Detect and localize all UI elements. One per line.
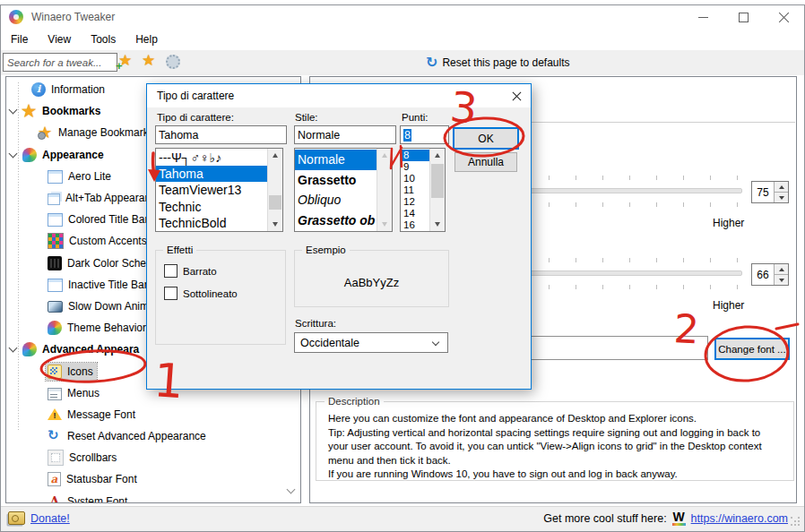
description-groupbox: Description Here you can customize the f… [316, 401, 794, 481]
list-item-grassetto[interactable]: Grassetto [295, 170, 377, 191]
list-item-8[interactable]: 8 [401, 150, 429, 161]
chevron-down-icon[interactable] [8, 150, 21, 159]
font-list[interactable]: ---Ψ┐♂♀♭♪TahomaTeamViewer13TechnicTechni… [155, 148, 283, 232]
list-item-obliquo[interactable]: Obliquo [295, 190, 377, 210]
list-item-9[interactable]: 9 [401, 161, 429, 173]
list-item-technicbold[interactable]: TechnicBold [156, 215, 267, 231]
list-item-normale[interactable]: Normale [295, 150, 377, 170]
slider-tick [710, 176, 711, 180]
spacing-spinner-1[interactable]: 75 [751, 181, 789, 203]
size-list-scrollbar[interactable] [429, 149, 445, 231]
scroll-up-button[interactable] [268, 149, 282, 162]
donate-link[interactable]: Donate! [30, 512, 70, 525]
sidebar-item-label: Custom Accents [69, 235, 147, 247]
font-input-value: Tahoma [159, 129, 198, 142]
sidebar-item-message-font[interactable]: Message Font [6, 404, 286, 425]
list-item-grassetto-ob[interactable]: Grassetto ob [295, 210, 377, 231]
windows-stack-icon [48, 193, 60, 205]
maximize-button[interactable] [723, 5, 764, 29]
list-item-technic[interactable]: Technic [156, 199, 267, 215]
list-item-11[interactable]: 11 [401, 184, 429, 196]
spinner-down-button[interactable] [775, 275, 788, 285]
sample-text: AaBbYyZz [295, 276, 448, 289]
sidebar-item-reset-advanced-appearance[interactable]: Reset Advanced Appearance [6, 425, 286, 447]
slider-tick [602, 258, 603, 262]
ok-button[interactable]: OK [453, 127, 519, 150]
slider-tick [710, 285, 711, 289]
list-item-tahoma[interactable]: Tahoma [156, 166, 267, 182]
spinner-value[interactable]: 75 [752, 182, 774, 202]
down-arrow-icon [382, 222, 387, 227]
spinner-up-button[interactable] [775, 264, 788, 275]
style-list-scrollbar[interactable] [377, 149, 392, 231]
minimize-icon [698, 17, 708, 18]
checkbox-icon[interactable] [164, 287, 177, 300]
settings-button[interactable] [166, 53, 180, 73]
font-list-scrollbar[interactable] [267, 149, 282, 231]
menu-tools[interactable]: Tools [81, 30, 126, 49]
chevron-down-icon [433, 339, 440, 347]
font-input[interactable]: Tahoma [155, 125, 287, 144]
chevron-down-icon[interactable] [8, 345, 21, 354]
add-bookmark-button[interactable] [118, 53, 134, 73]
size-list[interactable]: 891011121416 [400, 148, 446, 232]
style-input[interactable]: Normale [294, 125, 396, 144]
list-item-teamviewer13[interactable]: TeamViewer13 [156, 182, 267, 198]
style-label: Stile: [295, 112, 318, 123]
strikethrough-checkbox[interactable]: Barrato [164, 264, 217, 278]
list-item-12[interactable]: 12 [401, 196, 429, 208]
style-list[interactable]: NormaleGrassettoObliquoGrassetto ob [294, 148, 393, 232]
dialog-title: Tipo di carattere [157, 90, 234, 102]
sidebar-item-scrollbars[interactable]: Scrollbars [6, 447, 286, 468]
resize-grip[interactable] [790, 516, 801, 527]
minimize-button[interactable] [683, 5, 723, 29]
script-select[interactable]: Occidentale [294, 332, 448, 353]
checkbox-label: Barrato [183, 266, 217, 277]
scroll-up-button[interactable] [377, 149, 392, 162]
systemfont-icon [48, 494, 62, 503]
spacing-spinner-2[interactable]: 66 [751, 263, 789, 286]
change-font-button[interactable]: Change font ... [714, 338, 790, 360]
list-item-16[interactable]: 16 [401, 219, 429, 231]
sidebar-item-system-font[interactable]: System Font [6, 491, 286, 503]
sidebar-item-label: Bookmarks [42, 105, 100, 117]
close-button[interactable] [764, 5, 804, 29]
tree-scroll-down-icon[interactable] [287, 486, 296, 495]
slider-tick [549, 176, 550, 180]
menu-view[interactable]: View [38, 30, 81, 49]
spinner-down-button[interactable] [775, 193, 788, 202]
chevron-down-icon[interactable] [8, 107, 21, 116]
sidebar-item-label: Colored Title Bars [68, 213, 153, 226]
checkbox-label: Sottolineato [183, 288, 238, 299]
sidebar-item-label: Scrollbars [69, 451, 117, 464]
search-input[interactable] [3, 53, 117, 72]
list-item-14[interactable]: 14 [401, 208, 429, 219]
scrollbar-thumb[interactable] [269, 195, 281, 210]
down-arrow-icon [435, 222, 440, 227]
scrollbar-thumb[interactable] [431, 164, 444, 198]
cancel-button[interactable]: Annulla [454, 152, 517, 172]
menu-file[interactable]: File [1, 30, 38, 49]
winaero-link[interactable]: https://winaero.com [691, 512, 788, 525]
reset-page-button[interactable]: ↻ Reset this page to defaults [426, 52, 570, 73]
slider-tick [549, 258, 550, 262]
list-item--[interactable]: ---Ψ┐♂♀♭♪ [156, 150, 267, 166]
spinner-up-button[interactable] [775, 182, 788, 193]
scroll-down-button[interactable] [377, 218, 392, 231]
slider-ticks [549, 176, 742, 180]
menu-help[interactable]: Help [126, 30, 168, 49]
checkbox-icon[interactable] [164, 264, 177, 278]
list-item-10[interactable]: 10 [401, 173, 429, 184]
sidebar-item-statusbar-font[interactable]: Statusbar Font [6, 468, 286, 490]
style-input-value: Normale [298, 129, 340, 142]
spinner-value[interactable]: 66 [752, 264, 774, 285]
dialog-close-button[interactable] [502, 86, 531, 106]
effects-title: Effetti [163, 245, 196, 255]
size-input[interactable]: 8 [400, 125, 449, 144]
underline-checkbox[interactable]: Sottolineato [164, 287, 238, 300]
scroll-down-button[interactable] [268, 218, 282, 231]
scroll-down-button[interactable] [430, 218, 445, 231]
scroll-up-button[interactable] [430, 149, 445, 162]
bookmark-button[interactable] [142, 53, 158, 73]
menus-icon [48, 388, 62, 400]
